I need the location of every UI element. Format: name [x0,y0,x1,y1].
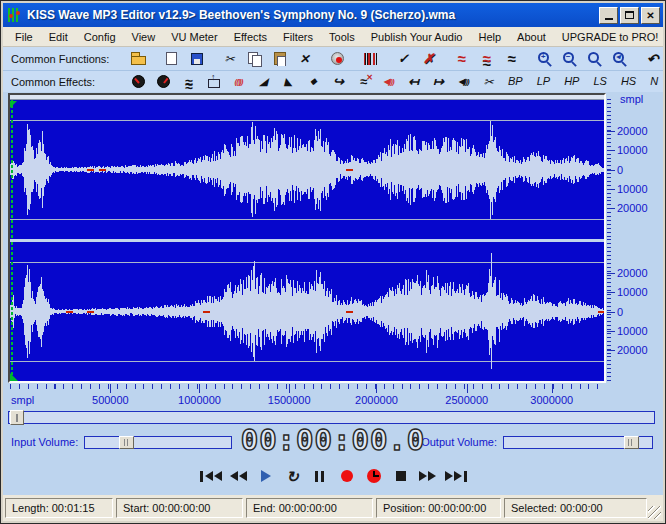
close-button[interactable]: ✕ [641,7,660,24]
menu-edit[interactable]: Edit [41,29,76,45]
speaker-icon[interactable]: ◀))) [454,73,473,90]
sample-tick-label: 1000000 [178,394,221,406]
echo-icon[interactable]: ((|)) [229,73,248,90]
maximize-button[interactable] [620,7,639,24]
status-end: End: 00:00:00:00 [246,498,373,518]
compress-icon[interactable]: ↤ [404,73,423,90]
cursor-marker-top [10,101,17,108]
stop-button[interactable] [391,467,411,485]
output-volume-slider[interactable] [503,436,653,449]
paste-icon[interactable] [270,50,289,67]
waves-icon[interactable]: ≈ [179,73,198,90]
output-volume-handle[interactable] [624,436,639,449]
delete-icon[interactable]: ✕ [295,50,314,67]
waveform-channel-1[interactable] [10,100,604,239]
menu-config[interactable]: Config [76,29,124,45]
cut-icon[interactable]: ✂ [220,50,239,67]
waveform-panel[interactable] [8,93,606,383]
skip-end-button[interactable] [445,467,468,485]
undo-icon[interactable]: ↶ [643,50,662,67]
menu-about[interactable]: About [509,29,554,45]
amplitude-tick-label: 20000 [617,267,648,279]
play-button[interactable] [256,467,276,485]
status-selected: Selected: 00:00:00 [504,498,647,518]
effects-toolbar: Common Effects: ≈((|))◢◣◆↪≈◀)))↤↦◀)))✂BP… [3,70,663,92]
menu-filters[interactable]: Filters [275,29,321,45]
sample-axis: smpl 50000010000001500000200000025000003… [8,383,606,409]
new-icon[interactable] [162,50,181,67]
zoom-selection-icon[interactable]: ◂ [610,50,629,67]
bp-filter-button[interactable]: BP [504,73,527,90]
loop-button[interactable]: ↻ [283,467,303,485]
sample-tick-label: 2000000 [355,394,398,406]
fade-in-icon[interactable]: ◢ [254,73,273,90]
open-icon[interactable] [129,50,148,67]
fade-center-icon[interactable]: ◆ [304,73,323,90]
seek-slider-handle[interactable] [10,410,24,425]
stretch-icon[interactable]: ↦ [429,73,448,90]
resize-grip[interactable] [648,506,661,519]
menu-upgrade-to-pro-[interactable]: UPGRADE to PRO! [554,29,666,45]
sample-tick-label: 2500000 [445,394,488,406]
record-button[interactable] [337,467,357,485]
reject-icon[interactable]: ✗ [419,50,438,67]
hp-filter-button[interactable]: HP [560,73,583,90]
copy-icon[interactable] [245,50,264,67]
envelope-icon[interactable]: ≈ [354,73,373,90]
record-ball-icon[interactable] [328,50,347,67]
rewind-button[interactable] [229,467,249,485]
menu-effects[interactable]: Effects [226,29,275,45]
menu-help[interactable]: Help [470,29,509,45]
menu-bar: FileEditConfigViewVU MeterEffectsFilters… [3,27,663,47]
barcode-icon[interactable] [361,50,380,67]
timed-record-button[interactable] [364,467,384,485]
wave-redblack-icon[interactable]: ≈ [477,50,496,67]
input-volume-handle[interactable] [119,436,134,449]
skip-start-button[interactable] [199,467,222,485]
client-area: smpl 20000100000100002000020000100000100… [3,92,663,495]
reverse-icon[interactable]: ↪ [329,73,348,90]
menu-vu-meter[interactable]: VU Meter [163,29,225,45]
status-position: Position: 00:00:00:00 [376,498,501,518]
amplitude-ruler [607,99,611,381]
cursor-marker-bottom [10,373,18,381]
minimize-button[interactable] [599,7,618,24]
window-title: KISS Wave MP3 Editor v12.9> Beethoven's … [27,8,597,22]
volume-knob-icon[interactable] [129,73,148,90]
app-window: KISS Wave MP3 Editor v12.9> Beethoven's … [0,0,666,524]
hs-filter-button[interactable]: HS [617,73,640,90]
menu-file[interactable]: File [7,29,41,45]
wave-red-icon[interactable]: ≈ [452,50,471,67]
box-out-icon[interactable] [204,73,223,90]
app-icon [6,8,22,22]
forward-button[interactable] [418,467,438,485]
status-bar: Length: 00:01:15Start: 00:00:00:00End: 0… [3,495,663,521]
lp-filter-button[interactable]: LP [533,73,554,90]
amplitude-tick-label: 10000 [617,286,648,298]
ls-filter-button[interactable]: LS [589,73,610,90]
effects-toolbar-label: Common Effects: [11,76,129,88]
menu-tools[interactable]: Tools [321,29,363,45]
waveform-channel-2[interactable] [10,242,604,381]
fade-out-icon[interactable]: ◣ [279,73,298,90]
zoom-out-icon[interactable]: − [560,50,579,67]
transport-controls: ↻ [3,457,663,495]
input-volume-slider[interactable] [84,436,232,449]
wave-black-icon[interactable]: ≈ [502,50,521,67]
amplitude-tick-label: 20000 [617,125,648,137]
sample-tick-label: 1500000 [268,394,311,406]
time-display: 00:00:00.0 [241,423,426,457]
pause-button[interactable] [310,467,330,485]
speaker-red-icon[interactable]: ◀))) [379,73,398,90]
save-icon[interactable] [187,50,206,67]
zoom-in-icon[interactable]: + [535,50,554,67]
menu-view[interactable]: View [124,29,164,45]
accept-icon[interactable]: ✓ [394,50,413,67]
balance-knob-icon[interactable] [154,73,173,90]
zoom-icon[interactable] [585,50,604,67]
amplitude-tick-label: 10000 [617,144,648,156]
n-filter-button[interactable]: N [646,73,662,90]
cut-wave-icon[interactable]: ✂ [479,73,498,90]
menu-publish-your-audio[interactable]: Publish Your Audio [363,29,471,45]
sample-tick-label: 500000 [92,394,129,406]
